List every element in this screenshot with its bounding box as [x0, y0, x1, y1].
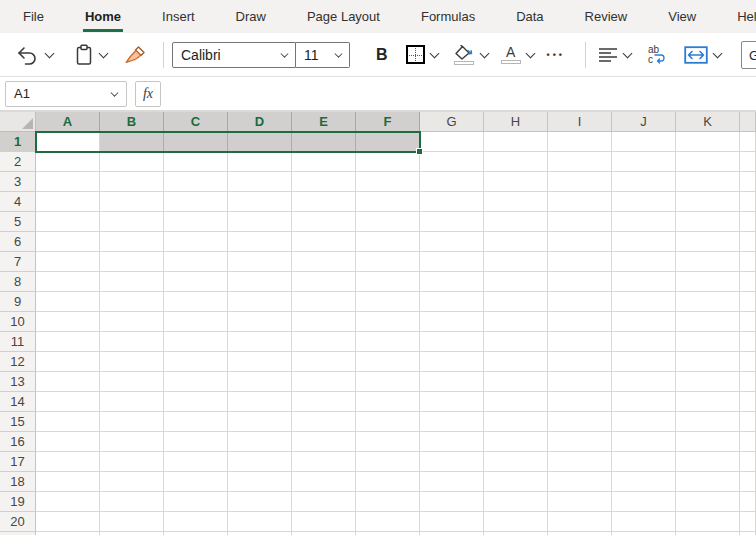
ribbon-tab-file[interactable]: File — [21, 0, 46, 33]
cell-E10[interactable] — [292, 312, 356, 332]
cell-E11[interactable] — [292, 332, 356, 352]
row-header-10[interactable]: 10 — [0, 312, 36, 332]
cell-E12[interactable] — [292, 352, 356, 372]
cell-B11[interactable] — [100, 332, 164, 352]
column-header-E[interactable]: E — [292, 112, 356, 132]
row-header-15[interactable]: 15 — [0, 412, 36, 432]
row-header-6[interactable]: 6 — [0, 232, 36, 252]
chevron-down-icon[interactable] — [480, 50, 489, 59]
cell-I20[interactable] — [548, 512, 612, 532]
ribbon-tab-help[interactable]: Help — [735, 0, 756, 33]
cell-B1[interactable] — [100, 132, 164, 152]
cell-K14[interactable] — [676, 392, 740, 412]
row-header-17[interactable]: 17 — [0, 452, 36, 472]
cell-partial-row-6[interactable] — [740, 232, 756, 252]
cell-G20[interactable] — [420, 512, 484, 532]
cell-C2[interactable] — [164, 152, 228, 172]
cell-D8[interactable] — [228, 272, 292, 292]
formula-input[interactable] — [169, 81, 756, 107]
cell-C15[interactable] — [164, 412, 228, 432]
column-header-B[interactable]: B — [100, 112, 164, 132]
cell-B4[interactable] — [100, 192, 164, 212]
cell-J17[interactable] — [612, 452, 676, 472]
cell-E7[interactable] — [292, 252, 356, 272]
cell-C3[interactable] — [164, 172, 228, 192]
cell-C4[interactable] — [164, 192, 228, 212]
ribbon-tab-home[interactable]: Home — [83, 0, 123, 33]
cell-J8[interactable] — [612, 272, 676, 292]
cell-J15[interactable] — [612, 412, 676, 432]
cell-G5[interactable] — [420, 212, 484, 232]
cell-B8[interactable] — [100, 272, 164, 292]
cell-B2[interactable] — [100, 152, 164, 172]
insert-function-button[interactable]: fx — [135, 81, 161, 107]
cell-D9[interactable] — [228, 292, 292, 312]
cell-C18[interactable] — [164, 472, 228, 492]
cell-A7[interactable] — [36, 252, 100, 272]
row-header-9[interactable]: 9 — [0, 292, 36, 312]
cell-G13[interactable] — [420, 372, 484, 392]
cell-K17[interactable] — [676, 452, 740, 472]
chevron-down-icon[interactable] — [45, 50, 54, 59]
cell-H9[interactable] — [484, 292, 548, 312]
cell-G17[interactable] — [420, 452, 484, 472]
cell-D12[interactable] — [228, 352, 292, 372]
cell-J18[interactable] — [612, 472, 676, 492]
cell-A12[interactable] — [36, 352, 100, 372]
cell-K6[interactable] — [676, 232, 740, 252]
cell-B17[interactable] — [100, 452, 164, 472]
cell-I12[interactable] — [548, 352, 612, 372]
borders-button[interactable] — [406, 45, 439, 64]
cell-partial-row-19[interactable] — [740, 492, 756, 512]
cell-D14[interactable] — [228, 392, 292, 412]
cell-partial-row-9[interactable] — [740, 292, 756, 312]
cell-B16[interactable] — [100, 432, 164, 452]
cell-F13[interactable] — [356, 372, 420, 392]
row-header-4[interactable]: 4 — [0, 192, 36, 212]
cell-C14[interactable] — [164, 392, 228, 412]
cell-I5[interactable] — [548, 212, 612, 232]
cell-I15[interactable] — [548, 412, 612, 432]
cell-F20[interactable] — [356, 512, 420, 532]
cell-H10[interactable] — [484, 312, 548, 332]
format-painter-button[interactable] — [124, 45, 147, 65]
cell-F8[interactable] — [356, 272, 420, 292]
cell-H4[interactable] — [484, 192, 548, 212]
cell-G14[interactable] — [420, 392, 484, 412]
cell-J19[interactable] — [612, 492, 676, 512]
chevron-down-icon[interactable] — [99, 50, 108, 59]
cell-J6[interactable] — [612, 232, 676, 252]
cell-B9[interactable] — [100, 292, 164, 312]
cell-J11[interactable] — [612, 332, 676, 352]
row-header-18[interactable]: 18 — [0, 472, 36, 492]
cell-G18[interactable] — [420, 472, 484, 492]
cell-D5[interactable] — [228, 212, 292, 232]
cell-A2[interactable] — [36, 152, 100, 172]
cell-D20[interactable] — [228, 512, 292, 532]
cell-E20[interactable] — [292, 512, 356, 532]
cell-K9[interactable] — [676, 292, 740, 312]
cell-E18[interactable] — [292, 472, 356, 492]
cell-D18[interactable] — [228, 472, 292, 492]
cell-F4[interactable] — [356, 192, 420, 212]
chevron-down-icon[interactable] — [526, 50, 535, 59]
cell-A15[interactable] — [36, 412, 100, 432]
cell-E4[interactable] — [292, 192, 356, 212]
row-header-12[interactable]: 12 — [0, 352, 36, 372]
cell-B6[interactable] — [100, 232, 164, 252]
chevron-down-icon[interactable] — [430, 50, 439, 59]
cell-G9[interactable] — [420, 292, 484, 312]
cell-D11[interactable] — [228, 332, 292, 352]
cell-C16[interactable] — [164, 432, 228, 452]
cell-partial-row-4[interactable] — [740, 192, 756, 212]
row-header-2[interactable]: 2 — [0, 152, 36, 172]
cell-H20[interactable] — [484, 512, 548, 532]
cell-H1[interactable] — [484, 132, 548, 152]
cell-A10[interactable] — [36, 312, 100, 332]
cell-A5[interactable] — [36, 212, 100, 232]
cell-I3[interactable] — [548, 172, 612, 192]
cell-K13[interactable] — [676, 372, 740, 392]
row-header-19[interactable]: 19 — [0, 492, 36, 512]
cell-F10[interactable] — [356, 312, 420, 332]
cell-H14[interactable] — [484, 392, 548, 412]
